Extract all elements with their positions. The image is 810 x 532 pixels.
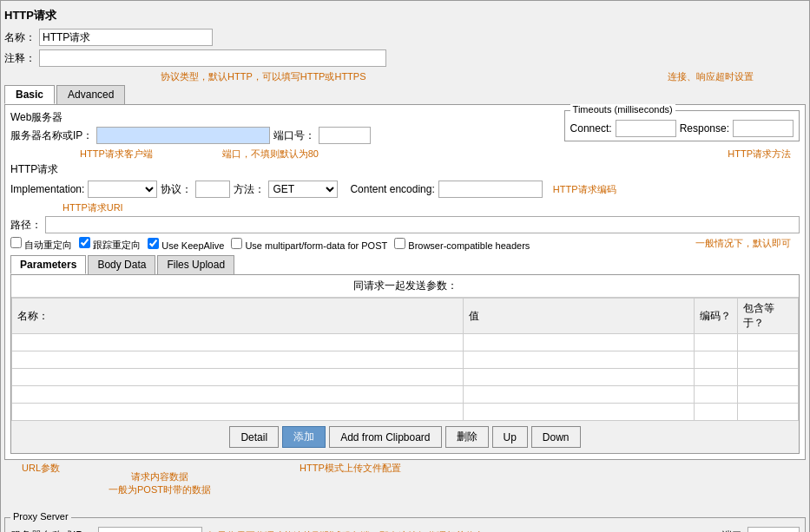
server-input[interactable]	[96, 127, 270, 144]
tab-section: 协议类型，默认HTTP，可以填写HTTP或HTTPS 连接、响应超时设置 Bas…	[4, 70, 806, 514]
ann-http-encoding: HTTP请求编码	[553, 183, 616, 196]
ann-timeout: 连接、响应超时设置	[668, 70, 754, 83]
server-name-label: 服务器名称或IP：	[10, 128, 93, 143]
name-input[interactable]	[39, 29, 213, 46]
ann-http-uri: HTTP请求URI	[63, 202, 123, 213]
method-select[interactable]: GET POST PUT DELETE	[268, 181, 338, 198]
cb-keep-alive[interactable]: Use KeepAlive	[148, 238, 224, 251]
ann-proxy-info: 如果你需要代理才能连接到测试服务端，那在这填好代理相关信息	[207, 529, 716, 533]
detail-button[interactable]: Detail	[229, 426, 279, 448]
name-label: 名称：	[4, 30, 36, 45]
http-impl-row: Implementation: 协议： 方法： GET POST PUT DEL…	[10, 181, 800, 198]
content-label: Content encoding:	[350, 183, 434, 195]
down-button[interactable]: Down	[531, 426, 581, 448]
col-name: 名称：	[12, 299, 464, 334]
cb-auto-redirect[interactable]: 自动重定向	[10, 237, 72, 252]
comment-label: 注释：	[4, 51, 36, 66]
tab-basic[interactable]: Basic	[4, 85, 55, 104]
proxy-port-input[interactable]	[747, 527, 800, 532]
tabs-bar: Basic Advanced	[4, 85, 806, 104]
protocol-label: 协议：	[161, 182, 192, 197]
params-actions: Detail 添加 Add from Clipboard 删除 Up Down	[11, 421, 799, 453]
impl-label: Implementation:	[10, 183, 84, 195]
add-clipboard-button[interactable]: Add from Clipboard	[329, 426, 441, 448]
timeouts-box: Timeouts (milliseconds) Connect: Respons…	[564, 110, 800, 141]
proxy-title: Proxy Server	[10, 511, 71, 522]
web-server-label: Web服务器	[10, 110, 559, 125]
ann-http-client: HTTP请求客户端	[80, 148, 153, 161]
name-row: 名称：	[4, 29, 806, 46]
main-window: HTTP请求 名称： 注释： 协议类型，默认HTTP，可以填写HTTP或HTTP…	[0, 0, 810, 532]
table-row	[12, 386, 799, 404]
impl-select[interactable]	[88, 181, 157, 198]
response-label: Response:	[680, 122, 729, 135]
ann-file-upload: HTTP模式上传文件配置	[300, 462, 401, 475]
connect-label: Connect:	[570, 122, 612, 135]
cb-multipart-input[interactable]	[231, 238, 242, 249]
up-button[interactable]: Up	[492, 426, 528, 448]
table-row	[12, 334, 799, 351]
path-label: 路径：	[10, 218, 42, 233]
proxy-port-label: 端口	[721, 529, 742, 533]
comment-input[interactable]	[39, 49, 386, 67]
inner-tab-params-content: 同请求一起发送参数： 名称： 值 编码？ 包含等于？	[10, 274, 800, 454]
response-input[interactable]	[733, 120, 794, 137]
cb-browser-headers-input[interactable]	[394, 238, 405, 249]
ann-protocol: 协议类型，默认HTTP，可以填写HTTP或HTTPS	[161, 70, 366, 83]
ann-http-method: HTTP请求方法	[728, 148, 791, 161]
col-include: 包含等于？	[738, 299, 799, 334]
table-row	[12, 351, 799, 369]
cb-follow-redirect[interactable]: 跟踪重定向	[79, 237, 141, 252]
inner-tab-body-data[interactable]: Body Data	[88, 255, 155, 274]
port-label: 端口号：	[273, 128, 315, 143]
proxy-server-label: 服务器名称或IP：	[10, 529, 93, 533]
proxy-server-input[interactable]	[98, 527, 202, 532]
http-request-label: HTTP请求	[10, 162, 58, 177]
col-encode: 编码？	[695, 299, 738, 334]
table-row	[12, 404, 799, 421]
params-header: 同请求一起发送参数：	[11, 275, 799, 298]
cb-browser-headers[interactable]: Browser-compatible headers	[394, 238, 530, 251]
params-body	[12, 334, 799, 421]
path-row: 路径：	[10, 216, 800, 233]
comment-row: 注释：	[4, 49, 806, 67]
ann-port-default: 端口，不填则默认为80	[222, 148, 319, 161]
tab-advanced[interactable]: Advanced	[56, 85, 125, 104]
delete-button[interactable]: 删除	[445, 426, 489, 448]
connect-input[interactable]	[616, 120, 676, 137]
cb-follow-redirect-input[interactable]	[79, 237, 90, 248]
params-table: 名称： 值 编码？ 包含等于？	[11, 298, 799, 421]
timeouts-label: Timeouts (milliseconds)	[570, 104, 675, 115]
ann-post-data: 请求内容数据 一般为POST时带的数据	[109, 470, 211, 496]
col-value: 值	[464, 299, 695, 334]
add-button[interactable]: 添加	[282, 426, 326, 448]
window-title: HTTP请求	[4, 4, 806, 29]
port-input[interactable]	[319, 127, 371, 144]
checkboxes-row: 自动重定向 跟踪重定向 Use KeepAlive Use multipart/…	[10, 237, 695, 252]
ann-url-params: URL参数	[22, 462, 60, 475]
proxy-group: Proxy Server 服务器名称或IP： 如果你需要代理才能连接到测试服务端…	[4, 517, 806, 532]
cb-auto-redirect-input[interactable]	[10, 237, 22, 248]
inner-tabs-bar: Parameters Body Data Files Upload	[10, 255, 800, 274]
cb-multipart[interactable]: Use multipart/form-data for POST	[231, 238, 387, 251]
method-label: 方法：	[234, 182, 265, 197]
cb-keep-alive-input[interactable]	[148, 238, 159, 249]
tab-basic-content: Web服务器 服务器名称或IP： 端口号： Timeouts (millisec…	[4, 104, 806, 460]
path-input[interactable]	[45, 216, 800, 233]
ann-default-ok: 一般情况下，默认即可	[695, 237, 791, 250]
inner-tab-parameters[interactable]: Parameters	[10, 255, 86, 274]
content-input[interactable]	[438, 181, 543, 198]
protocol-input[interactable]	[195, 181, 230, 198]
table-row	[12, 369, 799, 386]
http-request-section: HTTP请求	[10, 162, 800, 177]
inner-tab-files-upload[interactable]: Files Upload	[157, 255, 234, 274]
